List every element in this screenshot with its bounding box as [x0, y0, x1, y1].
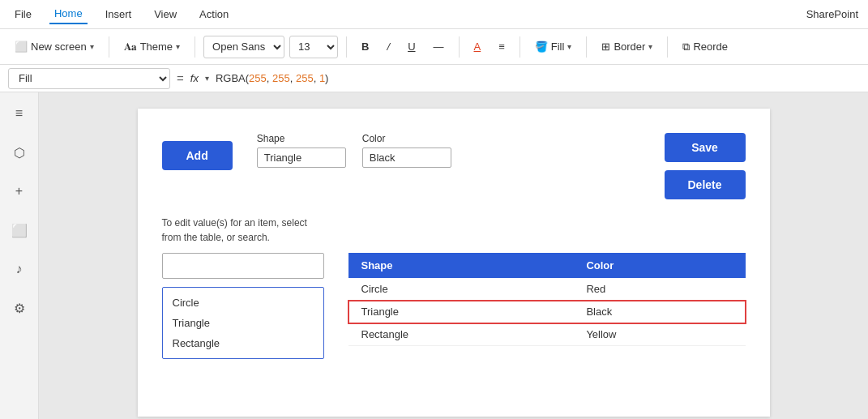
table-cell-shape: Circle — [348, 278, 574, 301]
data-table: Shape Color Circle Red Triangle Black Re… — [348, 253, 746, 346]
font-color-button[interactable]: A — [468, 37, 488, 56]
table-header-row: Shape Color — [348, 253, 746, 278]
formula-value: RGBA(255, 255, 255, 1) — [216, 72, 329, 84]
dropdown-list: Circle Triangle Rectangle — [162, 287, 324, 359]
table-cell-color: Yellow — [573, 323, 745, 346]
new-screen-chevron: ▾ — [90, 42, 94, 51]
formula-bar: Fill = fx ▾ RGBA(255, 255, 255, 1) — [0, 65, 868, 92]
border-button[interactable]: ⊞ Border ▾ — [595, 37, 659, 56]
color-label: Color — [362, 133, 451, 144]
sidebar-menu-icon[interactable]: ≡ — [6, 100, 32, 126]
fx-label: fx — [190, 72, 199, 84]
app-canvas: Add Shape Color Save Delete — [138, 109, 770, 417]
new-screen-button[interactable]: ⬜ New screen ▾ — [8, 37, 100, 56]
bold-icon: B — [361, 41, 369, 53]
fill-chevron: ▾ — [567, 42, 571, 51]
align-button[interactable]: ≡ — [492, 37, 511, 56]
sep1 — [109, 36, 109, 58]
hint-line2: from the table, or search. — [162, 232, 270, 243]
font-select[interactable]: Open Sans — [203, 36, 284, 58]
property-select[interactable]: Fill — [8, 68, 170, 89]
shape-input[interactable] — [257, 148, 346, 168]
canvas-top-row: Add Shape Color Save Delete — [162, 133, 746, 199]
bold-button[interactable]: B — [355, 37, 375, 56]
sep2 — [195, 36, 195, 58]
screen-icon: ⬜ — [15, 41, 28, 53]
border-icon: ⊞ — [601, 41, 610, 53]
italic-button[interactable]: / — [381, 37, 397, 56]
rgba-r: 255 — [249, 72, 267, 84]
menu-insert[interactable]: Insert — [100, 5, 137, 24]
edit-hint: To edit value(s) for an item, select fro… — [162, 216, 746, 245]
sep3 — [346, 36, 347, 58]
reorder-button[interactable]: ⧉ Reorde — [676, 37, 734, 57]
table-cell-shape: Triangle — [348, 301, 574, 323]
menu-file[interactable]: File — [10, 5, 36, 24]
toolbar: ⬜ New screen ▾ 𝐀𝐚 Theme ▾ Open Sans 13 B… — [0, 29, 868, 65]
formula-chevron: ▾ — [205, 74, 209, 83]
reorder-label: Reorde — [693, 41, 728, 53]
delete-button[interactable]: Delete — [665, 170, 746, 199]
sidebar-add-icon[interactable]: + — [6, 178, 32, 204]
underline-button[interactable]: U — [401, 37, 421, 56]
strikethrough-icon: — — [434, 41, 444, 53]
table-cell-color: Black — [573, 301, 745, 323]
color-field-group: Color — [362, 133, 451, 168]
rgba-g: 255 — [272, 72, 290, 84]
theme-button[interactable]: 𝐀𝐚 Theme ▾ — [118, 37, 186, 57]
col-shape-header: Shape — [348, 253, 574, 278]
theme-icon: 𝐀𝐚 — [124, 41, 137, 53]
table-cell-shape: Rectangle — [348, 323, 574, 346]
italic-icon: / — [387, 41, 391, 53]
list-item-circle[interactable]: Circle — [163, 293, 323, 313]
list-item-rectangle[interactable]: Rectangle — [163, 333, 323, 353]
menu-home[interactable]: Home — [49, 4, 88, 24]
sidebar: ≡ ⬡ + ⬜ ♪ ⚙ — [0, 92, 39, 419]
font-size-select[interactable]: 13 — [289, 36, 338, 58]
theme-label: Theme — [140, 41, 173, 53]
equals-sign: = — [177, 71, 184, 85]
align-icon: ≡ — [498, 41, 505, 53]
menu-action[interactable]: Action — [195, 5, 233, 24]
shape-field-group: Shape — [257, 133, 346, 168]
rgba-b: 255 — [296, 72, 314, 84]
search-input[interactable] — [162, 253, 324, 279]
menu-bar: File Home Insert View Action SharePoint — [0, 0, 868, 29]
table-row[interactable]: Rectangle Yellow — [348, 323, 746, 346]
sep6 — [586, 36, 587, 58]
theme-chevron: ▾ — [176, 42, 180, 51]
sidebar-settings-icon[interactable]: ⚙ — [6, 295, 32, 321]
new-screen-label: New screen — [31, 41, 87, 53]
add-button[interactable]: Add — [162, 141, 233, 170]
menu-view[interactable]: View — [149, 5, 182, 24]
fill-label: Fill — [551, 41, 565, 53]
save-button[interactable]: Save — [665, 133, 746, 162]
sep5 — [520, 36, 520, 58]
font-color-icon: A — [474, 41, 481, 53]
sidebar-media-icon[interactable]: ♪ — [6, 256, 32, 282]
color-input[interactable] — [362, 148, 451, 168]
sep7 — [667, 36, 668, 58]
border-label: Border — [614, 41, 645, 53]
table-row[interactable]: Circle Red — [348, 278, 746, 301]
rgba-a: 1 — [319, 72, 325, 84]
canvas-row2: Circle Triangle Rectangle Shape Color — [162, 253, 746, 359]
fill-button[interactable]: 🪣 Fill ▾ — [528, 37, 579, 56]
save-delete-group: Save Delete — [665, 133, 746, 199]
app-name: SharePoint — [806, 8, 858, 20]
shape-color-fields: Shape Color — [257, 133, 451, 168]
reorder-icon: ⧉ — [682, 41, 690, 53]
strikethrough-button[interactable]: — — [427, 37, 451, 56]
shape-label: Shape — [257, 133, 346, 144]
sep4 — [459, 36, 460, 58]
col-color-header: Color — [573, 253, 745, 278]
sidebar-layers-icon[interactable]: ⬡ — [6, 139, 32, 165]
main-layout: ≡ ⬡ + ⬜ ♪ ⚙ Add Shape Color — [0, 92, 868, 419]
fill-icon: 🪣 — [535, 41, 548, 53]
table-body: Circle Red Triangle Black Rectangle Yell… — [348, 278, 746, 346]
right-col: Shape Color Circle Red Triangle Black Re… — [348, 253, 746, 359]
table-row[interactable]: Triangle Black — [348, 301, 746, 323]
sidebar-data-icon[interactable]: ⬜ — [6, 217, 32, 243]
list-item-triangle[interactable]: Triangle — [163, 313, 323, 333]
table-cell-color: Red — [573, 278, 745, 301]
